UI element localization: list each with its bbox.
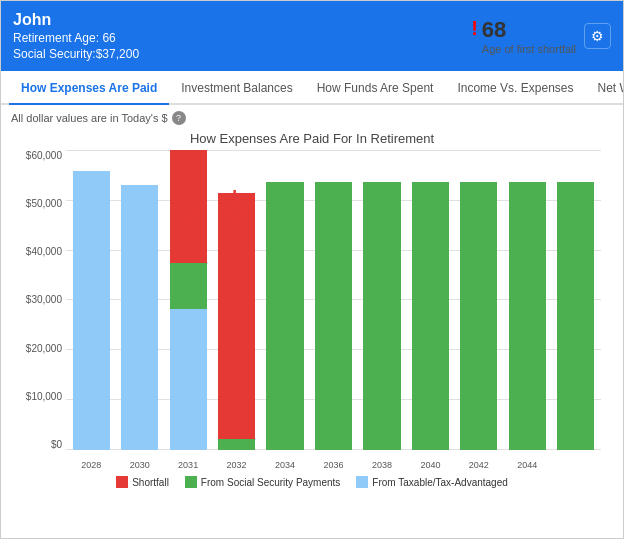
bar-segment-red [218, 193, 255, 439]
x-labels: 2028203020312032203420362038204020422044 [66, 460, 601, 470]
shortfall-label: Age of first shortfall [482, 43, 576, 55]
bar-segment-green [170, 263, 207, 310]
bar-segment-green [412, 182, 449, 450]
legend: Shortfall From Social Security Payments … [11, 476, 613, 488]
bar-segment-green [557, 182, 594, 450]
legend-label-social-security: From Social Security Payments [201, 477, 341, 488]
x-label: 2034 [262, 460, 308, 470]
bar-segment-green [315, 182, 352, 450]
bar-group [213, 150, 259, 450]
x-label: 2044 [504, 460, 550, 470]
y-label-60k: $60,000 [26, 150, 62, 161]
x-label: 2032 [213, 460, 259, 470]
tab-how-funds-spent[interactable]: How Funds Are Spent [305, 73, 446, 105]
bar-segment-blue [73, 171, 110, 450]
x-label: 2040 [407, 460, 453, 470]
bar-group [504, 150, 550, 450]
bar-stack [73, 150, 110, 450]
bar-stack [266, 150, 303, 450]
shortfall-box: ! 68 Age of first shortfall [471, 17, 576, 55]
bar-stack [218, 150, 255, 450]
bar-stack [412, 150, 449, 450]
bar-segment-green [363, 182, 400, 450]
bar-stack [121, 150, 158, 450]
bar-segment-blue [170, 309, 207, 450]
chart-area: How Expenses Are Paid For In Retirement … [1, 131, 623, 488]
bar-segment-red [170, 150, 207, 263]
bar-segment-green [509, 182, 546, 450]
retirement-age: Retirement Age: 66 [13, 31, 139, 45]
bar-stack [557, 150, 594, 450]
bar-segment-green [266, 182, 303, 450]
y-label-10k: $10,000 [26, 391, 62, 402]
tab-how-expenses-paid[interactable]: How Expenses Are Paid [9, 73, 169, 105]
tab-net-worth[interactable]: Net Worth [585, 73, 624, 105]
bar-segment-green [460, 182, 497, 450]
legend-label-taxable: From Taxable/Tax-Advantaged [372, 477, 507, 488]
legend-shortfall: Shortfall [116, 476, 169, 488]
chart-inner: $60,000 $50,000 $40,000 $30,000 $20,000 … [11, 150, 601, 470]
bar-stack [363, 150, 400, 450]
bar-group [310, 150, 356, 450]
x-label: 2036 [310, 460, 356, 470]
tab-income-vs-expenses[interactable]: Income Vs. Expenses [445, 73, 585, 105]
legend-social-security: From Social Security Payments [185, 476, 341, 488]
help-icon[interactable]: ? [172, 111, 186, 125]
legend-taxable: From Taxable/Tax-Advantaged [356, 476, 507, 488]
x-label: 2030 [116, 460, 162, 470]
y-label-0: $0 [51, 439, 62, 450]
y-label-30k: $30,000 [26, 294, 62, 305]
bar-group [407, 150, 453, 450]
x-label: 2038 [359, 460, 405, 470]
bar-segment-blue [121, 185, 158, 450]
legend-color-shortfall [116, 476, 128, 488]
bar-stack [460, 150, 497, 450]
y-label-20k: $20,000 [26, 343, 62, 354]
shortfall-info: 68 Age of first shortfall [482, 17, 576, 55]
bars-area: 2028203020312032203420362038204020422044 [66, 150, 601, 470]
bar-group [553, 150, 599, 450]
dollar-values-label: All dollar values are in Today's $ [11, 112, 168, 124]
y-label-40k: $40,000 [26, 246, 62, 257]
bar-group [116, 150, 162, 450]
header: John Retirement Age: 66 Social Security:… [1, 1, 623, 71]
header-left: John Retirement Age: 66 Social Security:… [13, 11, 139, 61]
x-label: 2031 [165, 460, 211, 470]
bar-group [456, 150, 502, 450]
header-right: ! 68 Age of first shortfall ⚙ [471, 17, 611, 55]
info-row: All dollar values are in Today's $ ? [1, 105, 623, 131]
bars-container [66, 150, 601, 450]
bar-stack [170, 150, 207, 450]
exclamation-icon: ! [471, 17, 478, 40]
bar-group [68, 150, 114, 450]
y-label-50k: $50,000 [26, 198, 62, 209]
x-label [553, 460, 599, 470]
chart-title: How Expenses Are Paid For In Retirement [11, 131, 613, 146]
gear-button[interactable]: ⚙ [584, 23, 611, 49]
legend-color-taxable [356, 476, 368, 488]
chart-container: $60,000 $50,000 $40,000 $30,000 $20,000 … [11, 150, 601, 470]
legend-label-shortfall: Shortfall [132, 477, 169, 488]
bar-stack [509, 150, 546, 450]
user-name: John [13, 11, 139, 29]
bar-group [262, 150, 308, 450]
y-axis: $60,000 $50,000 $40,000 $30,000 $20,000 … [11, 150, 66, 470]
bar-group [359, 150, 405, 450]
x-label: 2028 [68, 460, 114, 470]
bar-stack [315, 150, 352, 450]
shortfall-age: 68 [482, 17, 576, 43]
bar-segment-green [218, 439, 255, 450]
tab-bar: How Expenses Are Paid Investment Balance… [1, 73, 623, 105]
legend-color-social-security [185, 476, 197, 488]
bar-group [165, 150, 211, 450]
social-security: Social Security:$37,200 [13, 47, 139, 61]
tab-investment-balances[interactable]: Investment Balances [169, 73, 304, 105]
x-label: 2042 [456, 460, 502, 470]
